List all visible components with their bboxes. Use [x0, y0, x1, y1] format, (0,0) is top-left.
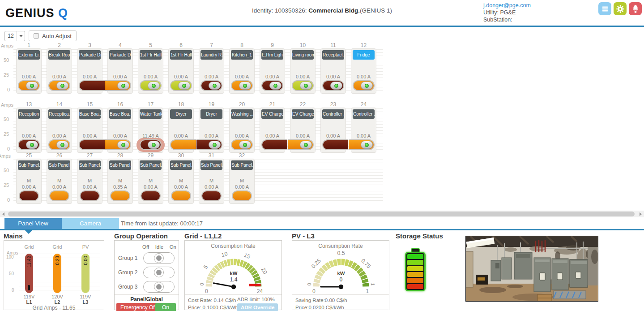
breaker-toggle[interactable] [48, 80, 70, 91]
circuit-label[interactable]: Kitchen_1 [231, 50, 253, 60]
breaker-toggle[interactable] [261, 139, 287, 150]
breaker-toggle[interactable] [110, 190, 130, 201]
breaker-toggle[interactable] [231, 139, 253, 150]
circuit-label[interactable]: Controller ... [322, 109, 344, 119]
circuit-label[interactable]: Dryer [200, 109, 222, 119]
circuit-label[interactable]: Parkade Dr [109, 50, 131, 60]
circuit-label[interactable]: Sub Panel... [48, 160, 70, 170]
menu-button[interactable] [598, 2, 611, 15]
breaker-toggle[interactable] [288, 139, 314, 150]
circuit-label[interactable]: Living room [292, 50, 314, 60]
spacer [169, 119, 193, 133]
toggle-zone [138, 190, 163, 202]
breaker-toggle[interactable] [322, 80, 344, 91]
circuit-label[interactable]: Water Tank [140, 109, 162, 119]
circuit-label[interactable]: Dryer [170, 109, 192, 119]
breaker-toggle[interactable] [141, 190, 161, 201]
circuit-card: E.Rm Lights0.00 A [260, 48, 285, 94]
breaker-toggle[interactable] [232, 190, 252, 201]
on-button[interactable]: On [155, 303, 176, 311]
toggle-knob [209, 141, 221, 149]
circuit-label[interactable]: Receptacl... [322, 50, 344, 60]
breaker-toggle[interactable] [292, 80, 314, 91]
circuit-label[interactable]: 1st Flr Hall [170, 50, 192, 60]
circuit-label[interactable]: Reception [18, 109, 40, 119]
circuit-label[interactable]: Sub Panel... [18, 160, 40, 170]
auto-adjust-button[interactable]: Auto Adjust [29, 30, 77, 41]
breaker-toggle[interactable] [49, 190, 69, 201]
group-toggle[interactable] [143, 281, 175, 293]
adr-override-button[interactable]: ADR Override [237, 303, 278, 311]
breaker-toggle[interactable] [105, 139, 131, 150]
circuit-label[interactable]: Sub Panel... [79, 160, 101, 170]
circuit-28: 28Sub Panel...M0.35 A [107, 152, 133, 204]
alarm-button[interactable] [629, 2, 642, 15]
scroll-right-arrow[interactable] [637, 211, 644, 217]
breaker-toggle[interactable] [231, 80, 253, 91]
circuit-number: 13 [16, 101, 42, 107]
circuit-label[interactable]: E.Rm Lights [261, 50, 283, 60]
circuit-label[interactable]: Receptica... [48, 109, 70, 119]
mains-chart: Amps100500Grid11.42119VL1Grid0.23120VL2P… [4, 240, 104, 310]
breaker-toggle[interactable] [105, 80, 131, 91]
breaker-toggle[interactable] [79, 139, 105, 150]
circuit-label[interactable]: Sub Panel... [200, 160, 222, 170]
circuit-label[interactable]: Sub Panel... [140, 160, 162, 170]
breaker-toggle[interactable] [18, 139, 40, 150]
scroll-left-arrow[interactable] [0, 211, 7, 217]
circuit-label[interactable]: Laundry R... [200, 50, 222, 60]
breaker-toggle[interactable] [261, 80, 283, 91]
breaker-toggle[interactable] [171, 190, 191, 201]
circuit-label[interactable]: Sub Panel... [170, 160, 192, 170]
breaker-toggle[interactable] [349, 139, 375, 150]
breaker-toggle[interactable] [200, 80, 222, 91]
breaker-toggle[interactable] [201, 190, 222, 201]
breaker-toggle[interactable] [48, 139, 70, 150]
page-size-select[interactable]: 12 [4, 31, 25, 41]
circuit-label[interactable]: Fridge [353, 50, 375, 60]
circuit-label[interactable]: Controller ... [353, 109, 375, 119]
circuit-label[interactable]: 1st Flr Hall [140, 50, 162, 60]
settings-button[interactable] [614, 2, 627, 15]
breaker-toggle[interactable] [170, 139, 196, 150]
breaker-toggle[interactable] [140, 139, 162, 150]
circuit-label[interactable]: Base Boa... [79, 109, 101, 119]
auto-adjust-checkbox[interactable] [34, 33, 39, 39]
breaker-toggle[interactable] [140, 80, 162, 91]
circuit-card: Sub Panel...M0.35 A [107, 159, 133, 204]
circuit-label[interactable]: Sub Panel... [109, 160, 131, 170]
breaker-toggle[interactable] [322, 139, 348, 150]
tab-camera[interactable]: Camera [62, 218, 119, 229]
breaker-toggle[interactable] [170, 80, 192, 91]
user-email-link[interactable]: j.donger@pge.com [483, 2, 531, 9]
group-operation-title: Group Operation [114, 232, 179, 239]
circuit-label[interactable]: Sub Panel... [231, 160, 253, 170]
circuit-label[interactable]: Parkade Dr [79, 50, 101, 60]
breaker-toggle[interactable] [196, 139, 222, 150]
circuit-label[interactable]: Washing ... [231, 109, 253, 119]
circuit-label[interactable]: Break Room [48, 50, 70, 60]
page-size-caret[interactable] [17, 31, 25, 41]
spacer [230, 119, 254, 133]
circuit-label[interactable]: EV Charger [261, 109, 283, 119]
breaker-toggle[interactable] [79, 80, 105, 91]
circuit-card: Washing ...0.00 A [229, 108, 255, 153]
breaker-toggle[interactable] [18, 80, 40, 91]
gauge-label: 0.25 [310, 258, 322, 270]
circuit-label[interactable]: Exterior Li... [18, 50, 40, 60]
breaker-toggle[interactable] [19, 190, 39, 201]
group-toggle[interactable] [143, 267, 175, 278]
toggle-knob [56, 82, 68, 90]
emergency-off-button[interactable]: Emergency Off [116, 303, 160, 311]
scrollbar-thumb[interactable] [8, 212, 635, 216]
circuit-label[interactable]: Base Boa... [109, 109, 131, 119]
circuit-1: 1Exterior Li...0.00 A [16, 42, 42, 94]
axis-unit-label: Amps [1, 102, 13, 108]
tab-panel-view[interactable]: Panel View [4, 218, 62, 229]
breaker-toggle[interactable] [353, 80, 375, 91]
mains-bar-group-label: Grid [48, 244, 66, 250]
breaker-toggle[interactable] [80, 190, 100, 201]
toggle-zone [17, 190, 41, 202]
circuit-label[interactable]: EV Charger [292, 109, 314, 119]
group-toggle[interactable] [143, 252, 175, 264]
